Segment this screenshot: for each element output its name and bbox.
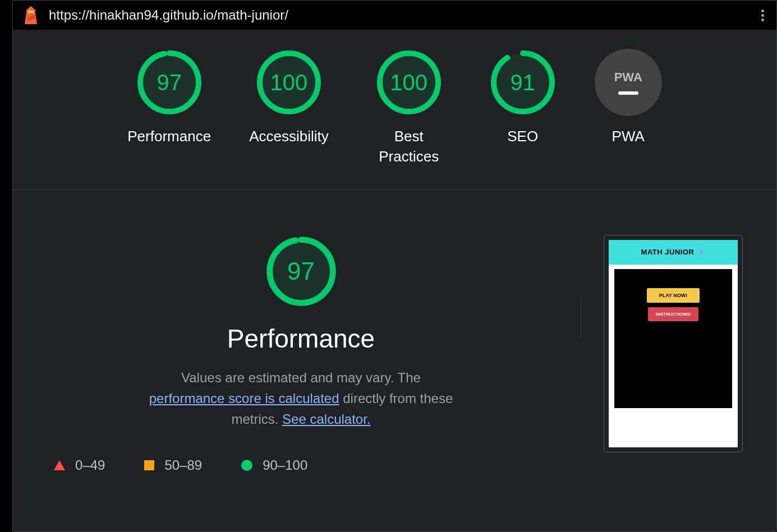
gauge-label: Performance [127,126,211,146]
pwa-badge: PWA [595,49,662,116]
screenshot-app-footer [609,414,738,447]
score-performance[interactable]: 97 Performance [127,49,211,167]
vertical-divider [581,297,581,339]
square-orange-icon [144,460,154,470]
performance-title: Performance [227,323,375,354]
triangle-red-icon [54,460,65,470]
gauge-label: PWA [612,126,645,146]
gauge: 100 [255,49,323,116]
gauge-value: 100 [255,49,323,116]
pwa-icon: PWA [614,70,642,85]
lighthouse-report: https://hinakhan94.github.io/math-junior… [12,0,777,532]
report-menu-button[interactable] [761,10,766,21]
gauge-value: 97 [136,49,203,116]
score-legend: 0–49 50–89 90–100 [44,457,307,473]
performance-gauge-large: 97 [265,235,338,308]
lighthouse-icon [23,6,39,24]
gauge-label: SEO [507,126,538,146]
svg-rect-1 [28,11,34,13]
audited-url[interactable]: https://hinakhan94.github.io/math-junior… [49,7,288,23]
gauge-value: 91 [489,49,557,116]
page-screenshot[interactable]: MATH JUNIOR PLAY NOW! INSTRUCTIONS! [604,235,743,452]
gauge: 91 [489,49,557,116]
screenshot-play-button: PLAY NOW! [647,288,700,303]
gauge-value: 100 [375,49,443,116]
score-seo[interactable]: 91 SEO [489,49,557,167]
performance-description: Values are estimated and may vary. The p… [144,367,458,430]
performance-score-link[interactable]: performance score is calculated [149,391,339,406]
legend-pass: 90–100 [241,457,307,473]
gauge: 97 [136,49,203,116]
screenshot-app-header: MATH JUNIOR [609,240,738,265]
legend-fail: 0–49 [54,457,105,473]
legend-average: 50–89 [144,457,202,473]
see-calculator-link[interactable]: See calculator. [282,411,370,427]
screenshot-instructions-button: INSTRUCTIONS! [648,307,699,321]
score-accessibility[interactable]: 100 Accessibility [249,49,329,167]
gauge: 100 [375,49,443,116]
circle-green-icon [241,460,252,471]
performance-score-large: 97 [265,235,338,308]
score-summary-row: 97 Performance 100 Accessibility 100 Bes… [13,30,776,190]
gauge-label: Best Practices [367,126,451,167]
pwa-indicator-bar [618,91,638,95]
screenshot-app-body: PLAY NOW! INSTRUCTIONS! [614,269,732,408]
performance-detail-section: 97 Performance Values are estimated and … [13,190,776,496]
score-pwa[interactable]: PWA PWA [595,49,662,167]
gauge-label: Accessibility [249,126,329,146]
report-header: https://hinakhan94.github.io/math-junior… [13,1,776,30]
score-best-practices[interactable]: 100 Best Practices [367,49,451,167]
rocket-icon [697,248,705,256]
